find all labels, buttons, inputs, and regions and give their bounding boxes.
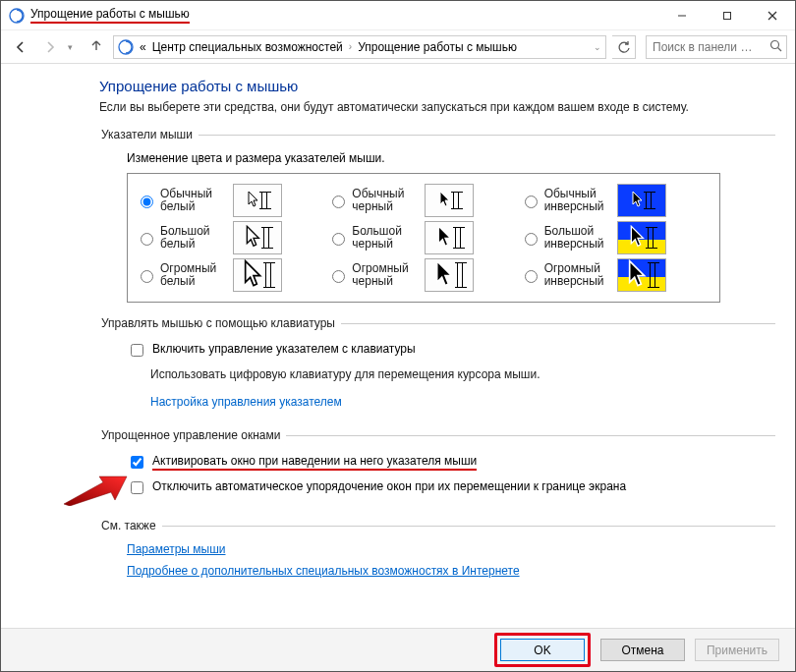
pointer-options-box: Обычный белый Обычный черный xyxy=(127,173,720,303)
cancel-button[interactable]: Отмена xyxy=(600,639,685,661)
group-keyboard: Управлять мышью с помощью клавиатуры Вкл… xyxy=(99,316,775,415)
up-button[interactable] xyxy=(85,38,107,55)
checkbox-mousekeys-input[interactable] xyxy=(131,344,143,357)
pointer-option-normal-white[interactable]: Обычный белый xyxy=(136,184,327,217)
pointer-option-normal-black[interactable]: Обычный черный xyxy=(327,184,519,217)
group-pointers: Указатели мыши Изменение цвета и размера… xyxy=(99,128,775,303)
history-dropdown-icon[interactable]: ▾ xyxy=(68,42,80,52)
search-icon xyxy=(769,39,782,55)
preview-xl-white xyxy=(233,258,282,292)
breadcrumb-prefix: « xyxy=(140,40,146,54)
pointer-option-large-white[interactable]: Большой белый xyxy=(136,221,327,254)
page-subtitle: Если вы выберете эти средства, они будут… xyxy=(99,100,699,114)
radio-normal-black[interactable] xyxy=(332,196,345,208)
control-panel-icon xyxy=(118,39,134,55)
link-mouse-settings[interactable]: Параметры мыши xyxy=(127,542,226,556)
checkbox-activate-on-hover[interactable]: Активировать окно при наведении на него … xyxy=(127,454,775,472)
group-pointers-legend: Указатели мыши xyxy=(99,128,199,141)
back-button[interactable] xyxy=(9,35,32,59)
refresh-button[interactable] xyxy=(612,35,636,59)
checkbox-mousekeys[interactable]: Включить управление указателем с клавиат… xyxy=(127,342,775,360)
forward-button[interactable] xyxy=(38,35,62,59)
radio-xl-black[interactable] xyxy=(332,270,345,283)
svg-line-7 xyxy=(778,47,782,51)
preview-normal-inv xyxy=(617,184,666,217)
svg-point-6 xyxy=(771,40,779,48)
preview-large-white xyxy=(233,221,282,254)
group-windows: Упрощенное управление окнами Активироват… xyxy=(99,428,775,505)
minimize-button[interactable] xyxy=(659,1,705,29)
footer: OK Отмена Применить xyxy=(1,628,795,671)
group-keyboard-legend: Управлять мышью с помощью клавиатуры xyxy=(99,316,341,330)
pointer-option-large-inv[interactable]: Большой инверсный xyxy=(520,221,711,254)
radio-large-inv[interactable] xyxy=(525,233,538,246)
link-more-accessibility[interactable]: Подробнее о дополнительных специальных в… xyxy=(127,564,520,578)
link-mousekeys-settings[interactable]: Настройка управления указателем xyxy=(150,395,342,409)
apply-button[interactable]: Применить xyxy=(695,639,779,661)
pointer-option-large-black[interactable]: Большой черный xyxy=(327,221,519,254)
pointer-option-xl-white[interactable]: Огромный белый xyxy=(136,258,327,292)
group-see-also: См. также Параметры мыши Подробнее о доп… xyxy=(99,519,775,578)
breadcrumb-item-1[interactable]: Центр специальных возможностей xyxy=(152,40,343,54)
ok-button[interactable]: OK xyxy=(500,639,585,661)
radio-xl-inv[interactable] xyxy=(525,270,538,283)
search-input[interactable] xyxy=(651,39,766,55)
addressbar-dropdown-icon[interactable]: ⌄ xyxy=(594,42,601,52)
ease-of-access-icon xyxy=(9,8,25,24)
svg-point-0 xyxy=(10,9,24,23)
radio-xl-white[interactable] xyxy=(141,270,153,283)
mousekeys-help: Использовать цифровую клавиатуру для пер… xyxy=(150,367,775,381)
close-button[interactable] xyxy=(750,1,795,29)
radio-large-black[interactable] xyxy=(332,233,345,246)
checkbox-disable-snap[interactable]: Отключить автоматическое упорядочение ок… xyxy=(127,479,775,497)
breadcrumb-item-2[interactable]: Упрощение работы с мышью xyxy=(358,40,517,54)
checkbox-disable-snap-input[interactable] xyxy=(131,481,143,494)
titlebar: Упрощение работы с мышью xyxy=(1,1,795,30)
group-windows-legend: Упрощенное управление окнами xyxy=(99,428,286,442)
preview-normal-white xyxy=(233,184,282,217)
page-heading: Упрощение работы с мышью xyxy=(99,78,775,94)
toolbar: ▾ « Центр специальных возможностей › Упр… xyxy=(1,30,795,64)
svg-rect-2 xyxy=(724,12,731,19)
window-title: Упрощение работы с мышью xyxy=(30,7,190,24)
preview-large-black xyxy=(425,221,474,254)
pointer-option-xl-inv[interactable]: Огромный инверсный xyxy=(520,258,711,292)
preview-xl-black xyxy=(425,258,474,292)
radio-normal-white[interactable] xyxy=(141,196,153,208)
group-see-also-legend: См. также xyxy=(99,519,162,532)
preview-xl-inv xyxy=(617,258,666,292)
search-box[interactable] xyxy=(646,35,787,59)
preview-normal-black xyxy=(425,184,474,217)
svg-point-5 xyxy=(119,40,133,54)
pointer-option-xl-black[interactable]: Огромный черный xyxy=(327,258,519,292)
pointer-option-normal-inv[interactable]: Обычный инверсный xyxy=(520,184,711,217)
checkbox-activate-on-hover-input[interactable] xyxy=(131,456,143,469)
radio-normal-inv[interactable] xyxy=(525,196,538,208)
content-area: Упрощение работы с мышью Если вы выберет… xyxy=(1,64,795,628)
group-pointers-desc: Изменение цвета и размера указателей мыш… xyxy=(127,151,775,165)
address-bar[interactable]: « Центр специальных возможностей › Упрощ… xyxy=(113,35,606,59)
chevron-right-icon[interactable]: › xyxy=(349,41,352,52)
annotation-ok-highlight: OK xyxy=(494,633,591,667)
preview-large-inv xyxy=(617,221,666,254)
maximize-button[interactable] xyxy=(705,1,750,29)
radio-large-white[interactable] xyxy=(141,233,153,246)
